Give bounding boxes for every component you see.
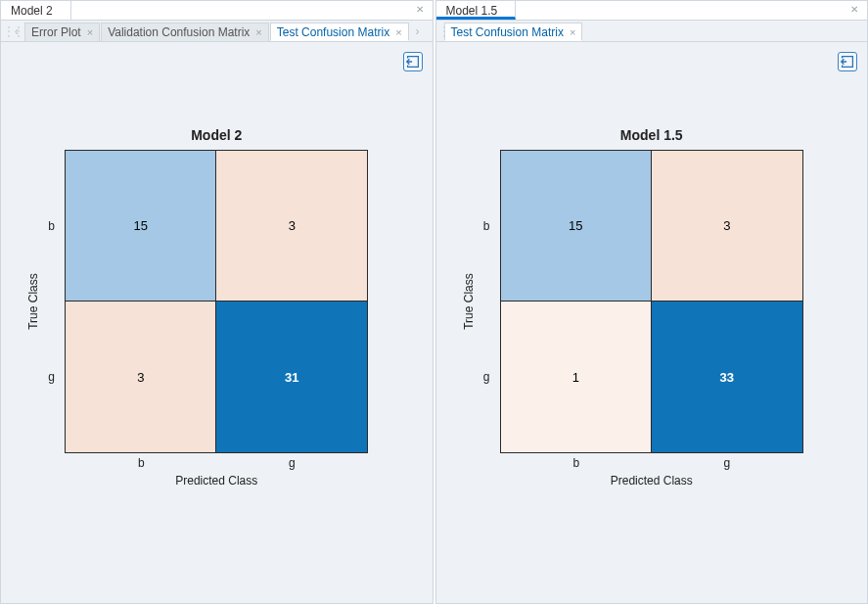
- cell-value: 1: [572, 370, 579, 385]
- tab-label: Error Plot: [31, 25, 81, 39]
- cell-value: 3: [137, 370, 144, 385]
- cell-g-g: 31: [216, 302, 367, 452]
- y-axis-label: True Class: [26, 273, 40, 330]
- ytick-g: g: [483, 370, 490, 384]
- pane-model-1-5: Model 1.5 ✕ ⋮⋮ Test Confusion Matrix × M…: [435, 0, 869, 604]
- ytick-b: b: [483, 219, 490, 233]
- cell-value: 3: [289, 218, 296, 233]
- tab-validation-cm[interactable]: Validation Confusion Matrix ×: [101, 23, 269, 41]
- confusion-matrix: Model 2 True Class Predicted Class b g b…: [65, 150, 368, 453]
- model-tab-2[interactable]: Model 2: [1, 1, 71, 20]
- y-axis-label: True Class: [462, 273, 476, 330]
- cell-b-b: 15: [66, 151, 216, 302]
- subtabbar-left: ⋮⋮ ‹ Error Plot × Validation Confusion M…: [1, 21, 433, 42]
- x-axis-label: Predicted Class: [66, 474, 367, 488]
- tab-test-cm[interactable]: Test Confusion Matrix ×: [444, 23, 583, 41]
- xtick-b: b: [138, 456, 145, 470]
- close-icon[interactable]: ✕: [847, 3, 861, 17]
- tab-error-plot[interactable]: Error Plot ×: [24, 23, 100, 41]
- cell-g-b: 3: [66, 302, 216, 452]
- cell-g-g: 33: [652, 302, 802, 452]
- x-axis-label: Predicted Class: [501, 474, 802, 488]
- chart-title: Model 1.5: [501, 127, 802, 143]
- topbar-left: Model 2 ✕: [1, 1, 433, 21]
- topbar-right: Model 1.5 ✕: [436, 1, 868, 21]
- tab-label: Validation Confusion Matrix: [108, 25, 250, 39]
- close-icon[interactable]: ×: [395, 26, 401, 38]
- close-icon[interactable]: ×: [87, 26, 93, 38]
- cell-b-b: 15: [501, 151, 652, 302]
- cell-b-g: 3: [216, 151, 367, 302]
- chart-area-right: Model 1.5 True Class Predicted Class b g…: [436, 42, 868, 603]
- close-icon[interactable]: ×: [570, 26, 575, 38]
- model-tab-1-5[interactable]: Model 1.5: [436, 1, 517, 20]
- chevron-left-icon[interactable]: ‹: [9, 21, 24, 41]
- close-icon[interactable]: ✕: [413, 3, 427, 17]
- cell-value: 15: [134, 218, 148, 233]
- ytick-g: g: [48, 370, 55, 384]
- tab-label: Test Confusion Matrix: [451, 25, 564, 39]
- chevron-right-icon[interactable]: ›: [410, 21, 426, 41]
- ytick-b: b: [48, 219, 55, 233]
- tab-test-cm[interactable]: Test Confusion Matrix ×: [270, 23, 409, 41]
- cell-value: 15: [569, 218, 582, 233]
- pane-model-2: Model 2 ✕ ⋮⋮ ‹ Error Plot × Validation C…: [0, 0, 434, 604]
- cell-value: 3: [723, 218, 730, 233]
- xtick-b: b: [572, 456, 579, 470]
- tab-label: Test Confusion Matrix: [277, 25, 389, 39]
- cell-g-b: 1: [501, 302, 652, 452]
- xtick-g: g: [723, 456, 730, 470]
- xtick-g: g: [289, 456, 296, 470]
- restore-view-icon[interactable]: [403, 52, 423, 71]
- subtabbar-right: ⋮⋮ Test Confusion Matrix ×: [436, 21, 868, 42]
- confusion-matrix: Model 1.5 True Class Predicted Class b g…: [500, 150, 803, 453]
- chart-area-left: Model 2 True Class Predicted Class b g b…: [1, 42, 433, 603]
- close-icon[interactable]: ×: [255, 26, 261, 38]
- cell-b-g: 3: [652, 151, 802, 302]
- chart-title: Model 2: [66, 127, 367, 143]
- restore-view-icon[interactable]: [838, 52, 857, 71]
- cell-value: 33: [720, 370, 734, 385]
- cell-value: 31: [285, 370, 298, 385]
